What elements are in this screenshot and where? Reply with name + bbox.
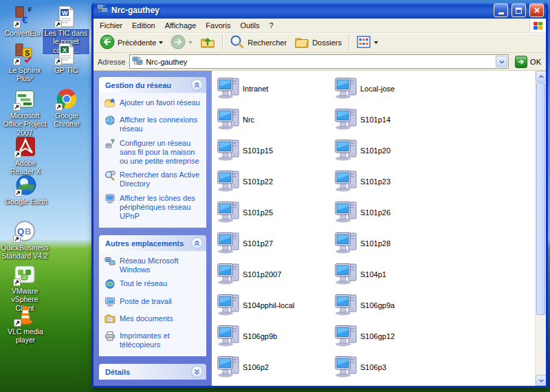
close-button[interactable] bbox=[529, 3, 544, 17]
computer-item[interactable]: S101p23 bbox=[335, 166, 452, 197]
computer-item[interactable]: Local-jose bbox=[335, 73, 452, 104]
address-combo[interactable]: Nrc-gauthey bbox=[129, 54, 509, 69]
computer-item[interactable]: S106gp9a bbox=[335, 290, 452, 320]
computer-item[interactable]: S106gp12 bbox=[335, 320, 452, 351]
menu-item-fichier[interactable]: Fichier bbox=[95, 20, 127, 31]
scrollbar-thumb[interactable] bbox=[536, 83, 545, 315]
menu-item-favoris[interactable]: Favoris bbox=[201, 20, 235, 31]
desktop-icon-quickbusiness-standard-v4-2[interactable]: QBQuickBusiness Standard V4.2 bbox=[1, 220, 48, 261]
desktop-icon-vlc-media-player[interactable]: VLC media player bbox=[4, 304, 47, 345]
desktop-icon-le-sphinx-plus[interactable]: SLe Sphinx Plus² bbox=[4, 43, 45, 83]
computer-item[interactable]: S104p1 bbox=[335, 259, 452, 290]
computer-item[interactable]: Intranet bbox=[217, 73, 335, 104]
menu-item-outils[interactable]: Outils bbox=[235, 20, 264, 31]
computer-item[interactable]: S106p5 bbox=[335, 382, 452, 386]
task-link[interactable]: Afficher les icônes des périphériques ré… bbox=[104, 194, 203, 221]
folders-button[interactable]: Dossiers bbox=[291, 33, 345, 52]
task-panel-header[interactable]: Détails bbox=[99, 364, 206, 380]
back-button[interactable]: Précédente bbox=[96, 33, 166, 52]
search-button[interactable]: Rechercher bbox=[226, 33, 290, 52]
up-button[interactable] bbox=[197, 33, 219, 52]
task-link[interactable]: Configurer un réseau sans fil pour la ma… bbox=[104, 139, 203, 166]
computer-name: S101p27 bbox=[243, 239, 273, 248]
scroll-down-button[interactable] bbox=[536, 375, 546, 386]
scroll-up-button[interactable] bbox=[536, 71, 546, 82]
task-panel-header[interactable]: Gestion du réseau bbox=[99, 77, 206, 93]
computer-item[interactable]: S101p20 bbox=[335, 135, 452, 166]
computer-item[interactable]: S106gp9b bbox=[217, 320, 335, 351]
folders-button-label: Dossiers bbox=[312, 39, 342, 47]
desktop-icon-adobe-reader-x[interactable]: Adobe Reader X bbox=[3, 135, 48, 176]
computer-name: S101p15 bbox=[243, 146, 273, 155]
minimize-button[interactable] bbox=[494, 3, 508, 17]
task-panel-body: Ajouter un favori réseauAfficher les con… bbox=[99, 93, 206, 228]
computer-name: S101p23 bbox=[360, 177, 390, 186]
forward-dropdown-icon bbox=[188, 41, 192, 44]
menu-item-edition[interactable]: Edition bbox=[127, 20, 160, 31]
desktop-icon-gp-tic[interactable]: XGP TIC bbox=[43, 43, 89, 74]
computer-item[interactable]: S101p22 bbox=[217, 166, 335, 197]
desktop-icon-google-chrome[interactable]: Google Chrome bbox=[43, 88, 91, 129]
desktop-icon-google-earth[interactable]: Google Earth bbox=[4, 174, 48, 206]
chevron-down-icon[interactable] bbox=[191, 366, 203, 378]
computer-item[interactable]: Nrc bbox=[217, 104, 335, 135]
computer-item[interactable]: S101p2007 bbox=[217, 259, 335, 290]
address-dropdown-button[interactable] bbox=[496, 56, 507, 67]
vertical-scrollbar[interactable] bbox=[535, 71, 546, 386]
maximize-button[interactable] bbox=[512, 3, 526, 17]
computer-item[interactable]: S101p26 bbox=[335, 197, 452, 228]
computer-item[interactable]: S106p3 bbox=[335, 351, 452, 382]
chevron-up-icon[interactable] bbox=[191, 79, 203, 91]
desktop-icon-converteuro[interactable]: F↕€ConvertEuro bbox=[4, 6, 45, 37]
computer-name: S101p25 bbox=[243, 208, 273, 217]
chevron-up-icon[interactable] bbox=[191, 237, 203, 249]
address-value[interactable]: Nrc-gauthey bbox=[146, 58, 187, 66]
titlebar[interactable]: Nrc-gauthey bbox=[94, 2, 546, 19]
computer-icon bbox=[335, 108, 358, 131]
views-dropdown-icon[interactable] bbox=[374, 41, 378, 44]
menu-item-affichage[interactable]: Affichage bbox=[160, 20, 201, 31]
task-panel-body: Réseau Microsoft WindowsTout le réseauPo… bbox=[99, 251, 206, 356]
address-label: Adresse bbox=[98, 58, 125, 66]
task-link[interactable]: Afficher les connexions réseau bbox=[104, 116, 203, 133]
computer-item[interactable]: S101p14 bbox=[335, 104, 452, 135]
views-button[interactable] bbox=[353, 33, 382, 52]
task-panel-header[interactable]: Autres emplacements bbox=[99, 235, 206, 251]
task-pane-sidebar: Gestion du réseauAjouter un favori résea… bbox=[94, 71, 212, 386]
menu-item-?[interactable]: ? bbox=[265, 20, 278, 31]
computer-icon bbox=[335, 232, 358, 255]
task-link-label: Mes documents bbox=[120, 314, 173, 323]
computer-icon bbox=[217, 232, 241, 255]
task-link[interactable]: Poste de travail bbox=[104, 297, 203, 309]
maximize-icon bbox=[516, 8, 522, 14]
computer-name: S106gp9b bbox=[243, 332, 277, 340]
task-link[interactable]: Tout le réseau bbox=[104, 279, 203, 292]
forward-button[interactable] bbox=[167, 33, 196, 52]
task-link[interactable]: Réseau Microsoft Windows bbox=[104, 257, 203, 274]
vmware-icon bbox=[14, 263, 36, 285]
computer-item[interactable]: S101p15 bbox=[217, 135, 335, 166]
computer-item[interactable]: S106p4 bbox=[217, 382, 335, 386]
computer-icon bbox=[217, 108, 241, 131]
task-link[interactable]: Rechercher dans Active Directory bbox=[104, 171, 203, 188]
upnp-devices-icon bbox=[104, 193, 116, 206]
task-link[interactable]: Mes documents bbox=[104, 314, 203, 327]
computer-item[interactable]: S106p2 bbox=[217, 351, 335, 382]
computer-name: S101p28 bbox=[360, 239, 390, 248]
computer-icon bbox=[217, 170, 241, 193]
wireless-network-icon bbox=[104, 138, 116, 151]
computer-item[interactable]: S104pphil-local bbox=[217, 290, 335, 320]
desktop-icon-microsoft-office-project-2007[interactable]: Microsoft Office Project 2007 bbox=[1, 88, 48, 137]
computer-item[interactable]: S101p25 bbox=[217, 197, 335, 228]
task-link-label: Afficher les icônes des périphériques ré… bbox=[120, 194, 202, 221]
computer-icon bbox=[335, 325, 358, 348]
task-link[interactable]: Imprimantes et télécopieurs bbox=[104, 331, 203, 349]
go-button[interactable]: OK bbox=[513, 56, 543, 68]
my-documents-icon bbox=[104, 314, 116, 327]
task-link[interactable]: Ajouter un favori réseau bbox=[104, 98, 203, 111]
back-dropdown-icon[interactable] bbox=[159, 41, 163, 44]
shortcut-arrow-icon bbox=[13, 103, 21, 111]
computer-item[interactable]: S101p28 bbox=[335, 228, 452, 259]
computer-name: S106p2 bbox=[243, 363, 269, 371]
computer-item[interactable]: S101p27 bbox=[217, 228, 335, 259]
